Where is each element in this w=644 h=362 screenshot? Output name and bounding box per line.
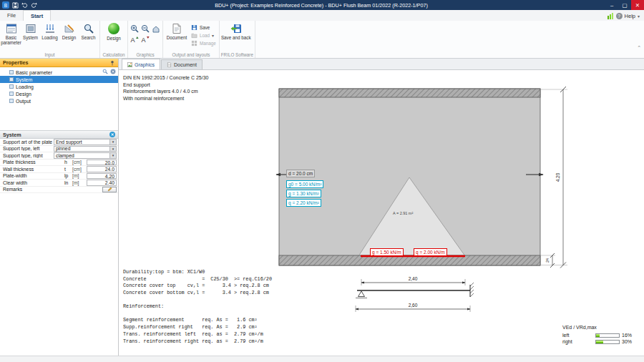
font-decrease-icon: A	[141, 35, 150, 44]
svg-text:A: A	[141, 36, 145, 43]
menu-tab-start[interactable]: Start	[23, 10, 51, 21]
tree-node-icon	[9, 70, 14, 74]
tree-clear-icon[interactable]	[110, 69, 116, 74]
durability-results: Durability:top = btm: XC1/W0 Concrete = …	[123, 269, 272, 297]
support-art-select[interactable]: End support▾	[54, 139, 117, 145]
plate-depth-label: d = 20.0 cm	[286, 170, 315, 177]
tab-document[interactable]: Document	[161, 59, 203, 69]
design-code-header: DIN EN 1992:2015 / Concrete C 25/30 End …	[123, 74, 208, 102]
save-and-back-button[interactable]: Save and back	[221, 21, 251, 51]
load-folder-icon	[191, 32, 197, 39]
clear-width-input[interactable]: 2.40	[87, 180, 117, 186]
system-section-header: System ✕	[0, 130, 118, 139]
menubar: File Start ? Help ▾	[0, 10, 644, 21]
select-value: clamped	[54, 153, 109, 158]
loading-button[interactable]: Loading	[40, 21, 59, 51]
utilization-title: VEd / VRd,max	[562, 325, 632, 332]
help-caret-icon: ▾	[638, 14, 640, 19]
field-symbol: ln	[64, 180, 72, 185]
tree-item-basic-parameter[interactable]: Basic parameter	[0, 69, 118, 76]
pin-icon[interactable]	[109, 60, 115, 66]
design-calculate-button[interactable]: Design	[102, 21, 126, 51]
close-button[interactable]: ✕	[631, 0, 644, 10]
undo-icon[interactable]	[21, 2, 28, 9]
support-right-select[interactable]: clamped▾	[54, 152, 117, 159]
design-input-label: Design	[62, 35, 77, 40]
design-input-button[interactable]: Design	[59, 21, 79, 51]
ribbon-collapse-button[interactable]: ⌃	[637, 45, 641, 51]
minimize-button[interactable]: –	[605, 0, 618, 10]
save-button[interactable]: Save	[191, 24, 216, 31]
loading-label: Loading	[42, 35, 57, 40]
remarks-edit-button[interactable]	[102, 187, 117, 193]
field-unit: [m]	[72, 180, 87, 185]
frilo-status-icon	[608, 13, 614, 19]
utilization-label: left	[562, 333, 595, 338]
properties-panel: Properties Basic parameter System Loadin…	[0, 59, 119, 356]
tree-item-label: Loading	[16, 84, 34, 89]
chevron-down-icon: ▾	[109, 153, 116, 158]
form-row-plate-width: Plate-width lp [m] 4.20	[0, 173, 118, 180]
select-value: pinned	[54, 146, 109, 151]
app-logo-icon: B	[2, 1, 9, 9]
font-increase-button[interactable]: A	[130, 34, 139, 44]
maximize-button[interactable]: ▢	[618, 0, 631, 10]
tree-node-icon	[9, 92, 14, 96]
dim-span-label: 2,60	[409, 303, 418, 308]
manage-button[interactable]: Manage	[191, 40, 216, 47]
field-symbol: lp	[64, 173, 72, 178]
properties-tree: Basic parameter System Loading Design Ou…	[0, 67, 118, 104]
dim-height-label: 4.20	[555, 172, 560, 182]
field-label: Plate thickness	[3, 160, 64, 165]
field-unit: [m]	[72, 173, 87, 178]
help-button[interactable]: Help	[625, 13, 635, 19]
plate-thickness-input[interactable]: 20.0	[87, 160, 117, 166]
search-icon	[83, 23, 94, 34]
line-load-g-label: g = 1.50 kN/m	[370, 248, 404, 256]
section-info-icon[interactable]: ✕	[109, 132, 115, 137]
tree-item-label: Design	[16, 92, 31, 97]
tree-item-output[interactable]: Output	[0, 97, 118, 104]
load-label: Load	[200, 33, 210, 38]
view-tabs: Graphics Document	[119, 59, 644, 70]
font-decrease-button[interactable]: A	[140, 34, 150, 44]
tree-search-icon[interactable]	[102, 69, 108, 74]
plate-width-input[interactable]: 4.20	[87, 173, 117, 180]
utilization-label: right	[562, 339, 595, 344]
wall-thickness-input[interactable]: 24.0	[87, 166, 117, 172]
group-label-calculation: Calculation	[102, 52, 126, 58]
menu-tab-file[interactable]: File	[0, 10, 23, 21]
basic-parameter-button[interactable]: Basic parameter	[1, 21, 21, 51]
tree-item-design[interactable]: Design	[0, 90, 118, 97]
system-section-title: System	[3, 132, 21, 138]
design-calculate-label: Design	[107, 36, 121, 41]
help-icon: ?	[616, 13, 623, 19]
ribbon-group-graphics: A A Graphics	[128, 21, 163, 58]
titlebar: B BDU+ (Project: Examples Reinforced Con…	[0, 0, 644, 10]
quick-save-icon[interactable]	[12, 2, 19, 9]
field-unit: [cm]	[72, 160, 87, 165]
zoom-fit-button[interactable]	[151, 24, 160, 33]
utilization-bar	[595, 333, 620, 338]
support-left-select[interactable]: pinned▾	[54, 146, 117, 152]
field-label: Support type, right	[3, 153, 54, 158]
search-button[interactable]: Search	[79, 21, 98, 51]
utilization-panel: VEd / VRd,max left 16% right 30%	[562, 325, 632, 345]
load-button[interactable]: Load ▾	[191, 32, 216, 39]
load-g0-label: g0 = 5.00 kN/m²	[286, 180, 323, 188]
graphics-canvas[interactable]: A = 2.91 m² 4.20 24	[119, 70, 644, 356]
zoom-in-button[interactable]	[130, 24, 139, 33]
load-caret-icon: ▾	[212, 33, 214, 38]
svg-text:A: A	[130, 36, 135, 43]
system-button[interactable]: System	[21, 21, 40, 51]
form-row-remarks: Remarks	[0, 187, 118, 194]
tree-item-system[interactable]: System	[0, 76, 118, 83]
tree-item-loading[interactable]: Loading	[0, 83, 118, 90]
utilization-bar	[595, 340, 620, 344]
ribbon-group-output: Document Save Load ▾ Manage Output and l…	[163, 21, 220, 58]
tab-graphics[interactable]: Graphics	[122, 59, 160, 69]
zoom-out-button[interactable]	[140, 24, 150, 33]
document-button[interactable]: Document	[165, 21, 189, 51]
redo-icon[interactable]	[31, 2, 37, 9]
field-label: Remarks	[3, 187, 102, 192]
